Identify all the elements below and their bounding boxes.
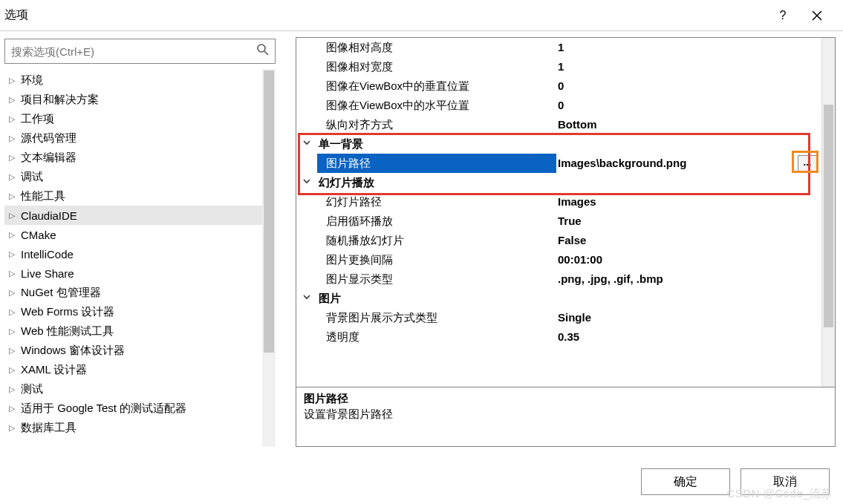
help-button[interactable]: ? [766,0,800,31]
property-value[interactable]: Single [556,308,821,327]
tree-item[interactable]: ▷Web 性能测试工具 [4,321,262,341]
tree-item-label: 调试 [19,170,43,184]
tree-item[interactable]: ▷环境 [4,71,262,90]
grid-scrollbar[interactable] [821,38,835,387]
property-value[interactable]: 0.35 [556,327,821,347]
property-label: 图像相对高度 [317,38,556,57]
property-row[interactable]: 背景图片展示方式类型Single [296,308,821,327]
tree-item[interactable]: ▷测试 [4,379,262,399]
property-row[interactable]: 启用循环播放True [296,212,821,231]
category-pane: ▷环境▷项目和解决方案▷工作项▷源代码管理▷文本编辑器▷调试▷性能工具▷Clau… [0,31,281,447]
chevron-down-icon[interactable] [296,134,317,154]
chevron-right-icon: ▷ [9,172,19,182]
category-row[interactable]: 幻灯片播放 [296,173,821,192]
chevron-right-icon: ▷ [9,327,19,336]
property-label: 幻灯片路径 [317,192,556,212]
tree-item[interactable]: ▷CMake [4,225,262,244]
tree-item-label: Live Share [19,267,74,280]
property-row[interactable]: 图片路径Images\background.png... [296,154,821,173]
search-input[interactable] [4,39,276,64]
property-row[interactable]: 图像在ViewBox中的水平位置0 [296,96,821,115]
category-row[interactable]: 单一背景 [296,134,821,154]
tree-item[interactable]: ▷工作项 [4,109,262,128]
property-row[interactable]: 图片更换间隔00:01:00 [296,250,821,269]
property-row[interactable]: 透明度0.35 [296,327,821,347]
category-label: 幻灯片播放 [317,173,556,192]
tree-item-label: 源代码管理 [19,131,77,145]
dialog-footer: 确定 取消 [641,468,830,495]
property-value[interactable]: 1 [556,38,821,57]
tree-item[interactable]: ▷NuGet 包管理器 [4,283,262,302]
property-label: 随机播放幻灯片 [317,231,556,250]
property-value[interactable]: Bottom [556,115,821,134]
title-bar: 选项 ? [0,0,843,31]
property-label: 图像相对宽度 [317,57,556,76]
scrollbar-thumb[interactable] [824,105,833,327]
tree-item[interactable]: ▷XAML 设计器 [4,360,262,379]
ok-button[interactable]: 确定 [641,468,730,495]
chevron-right-icon: ▷ [9,134,19,143]
tree-item[interactable]: ▷文本编辑器 [4,148,262,167]
chevron-right-icon: ▷ [9,230,19,240]
tree-item[interactable]: ▷IntelliCode [4,244,262,264]
chevron-right-icon: ▷ [9,404,19,413]
chevron-right-icon: ▷ [9,114,19,124]
tree-item[interactable]: ▷Windows 窗体设计器 [4,341,262,360]
chevron-right-icon: ▷ [9,346,19,356]
property-value[interactable]: True [556,212,821,231]
chevron-right-icon: ▷ [9,288,19,298]
tree-item[interactable]: ▷Live Share [4,264,262,283]
property-row[interactable]: 图像相对宽度1 [296,57,821,76]
property-grid[interactable]: 图像相对高度1图像相对宽度1图像在ViewBox中的垂直位置0图像在ViewBo… [296,38,821,387]
property-row[interactable]: 纵向对齐方式Bottom [296,115,821,134]
property-value[interactable]: 0 [556,96,821,115]
tree-item[interactable]: ▷数据库工具 [4,418,262,437]
property-value[interactable]: False [556,231,821,250]
scrollbar-thumb[interactable] [264,71,274,353]
chevron-down-icon[interactable] [296,289,317,308]
chevron-right-icon: ▷ [9,76,19,85]
property-label: 纵向对齐方式 [317,115,556,134]
tree-item[interactable]: ▷适用于 Google Test 的测试适配器 [4,399,262,418]
property-value[interactable]: Images\background.png [556,154,798,173]
tree-item-label: Windows 窗体设计器 [19,344,125,358]
property-label: 图片路径 [317,154,556,173]
category-row[interactable]: 图片 [296,289,821,308]
chevron-right-icon: ▷ [9,211,19,220]
property-pane: 图像相对高度1图像相对宽度1图像在ViewBox中的垂直位置0图像在ViewBo… [281,31,843,447]
property-label: 图片更换间隔 [317,250,556,269]
property-value[interactable]: 00:01:00 [556,250,821,269]
property-label: 启用循环播放 [317,212,556,231]
tree-item[interactable]: ▷源代码管理 [4,128,262,148]
chevron-right-icon: ▷ [9,153,19,163]
property-value[interactable]: Images [556,192,821,212]
chevron-down-icon[interactable] [296,173,317,192]
tree-item[interactable]: ▷调试 [4,167,262,186]
tree-item[interactable]: ▷Web Forms 设计器 [4,302,262,321]
property-value[interactable]: 0 [556,76,821,96]
chevron-right-icon: ▷ [9,423,19,433]
tree-item-label: ClaudiaIDE [19,209,77,222]
category-tree[interactable]: ▷环境▷项目和解决方案▷工作项▷源代码管理▷文本编辑器▷调试▷性能工具▷Clau… [4,69,262,447]
tree-item-label: IntelliCode [19,248,74,261]
tree-item-label: 数据库工具 [19,421,77,435]
tree-scrollbar[interactable] [262,69,276,447]
property-row[interactable]: 随机播放幻灯片False [296,231,821,250]
tree-item[interactable]: ▷项目和解决方案 [4,90,262,109]
tree-item-label: 适用于 Google Test 的测试适配器 [19,402,186,416]
property-row[interactable]: 图片显示类型.png, .jpg, .gif, .bmp [296,269,821,289]
chevron-right-icon: ▷ [9,307,19,317]
tree-item[interactable]: ▷性能工具 [4,186,262,206]
property-row[interactable]: 图像在ViewBox中的垂直位置0 [296,76,821,96]
property-value[interactable]: 1 [556,57,821,76]
chevron-right-icon: ▷ [9,192,19,201]
description-panel: 图片路径 设置背景图片路径 [296,387,836,447]
close-button[interactable] [800,0,834,31]
property-value[interactable]: .png, .jpg, .gif, .bmp [556,269,821,289]
property-row[interactable]: 图像相对高度1 [296,38,821,57]
property-row[interactable]: 幻灯片路径Images [296,192,821,212]
tree-item[interactable]: ▷ClaudiaIDE [4,206,262,225]
browse-button[interactable]: ... [798,155,817,171]
cancel-button[interactable]: 取消 [741,468,830,495]
tree-item-label: Web 性能测试工具 [19,324,114,338]
